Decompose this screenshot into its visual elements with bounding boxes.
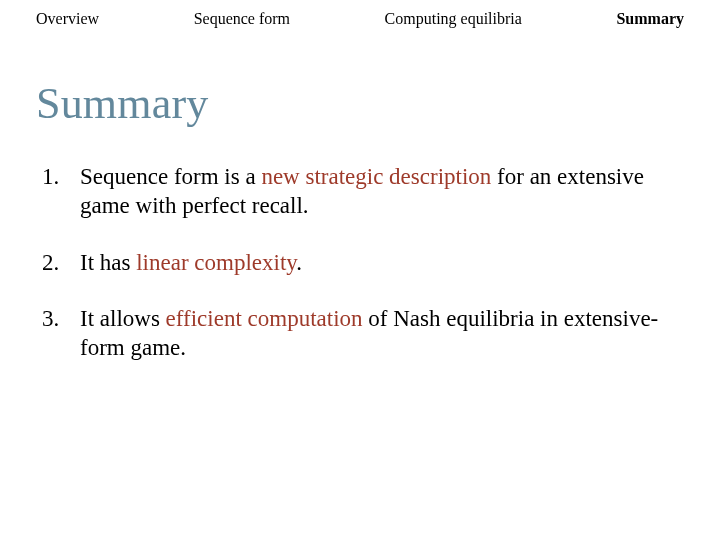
- list-body: It allows efficient computation of Nash …: [80, 305, 684, 363]
- text: It has: [80, 250, 136, 275]
- accent-text: new strategic description: [261, 164, 491, 189]
- list-number: 3.: [42, 305, 80, 363]
- text: It allows: [80, 306, 166, 331]
- accent-text: efficient computation: [166, 306, 363, 331]
- list-body: It has linear complexity.: [80, 249, 684, 278]
- list-body: Sequence form is a new strategic descrip…: [80, 163, 684, 221]
- text: .: [296, 250, 302, 275]
- nav-item-summary[interactable]: Summary: [616, 10, 684, 28]
- text: Sequence form is a: [80, 164, 261, 189]
- nav-item-sequence-form[interactable]: Sequence form: [194, 10, 290, 28]
- nav-item-overview[interactable]: Overview: [36, 10, 99, 28]
- slide-title: Summary: [36, 78, 684, 129]
- list-item: 1. Sequence form is a new strategic desc…: [42, 163, 684, 221]
- list-item: 2. It has linear complexity.: [42, 249, 684, 278]
- nav-item-computing-equilibria[interactable]: Computing equilibria: [385, 10, 522, 28]
- accent-text: linear complexity: [136, 250, 296, 275]
- list-item: 3. It allows efficient computation of Na…: [42, 305, 684, 363]
- list-number: 2.: [42, 249, 80, 278]
- slide: Overview Sequence form Computing equilib…: [0, 0, 720, 540]
- list-number: 1.: [42, 163, 80, 221]
- summary-list: 1. Sequence form is a new strategic desc…: [36, 163, 684, 363]
- section-nav: Overview Sequence form Computing equilib…: [36, 0, 684, 28]
